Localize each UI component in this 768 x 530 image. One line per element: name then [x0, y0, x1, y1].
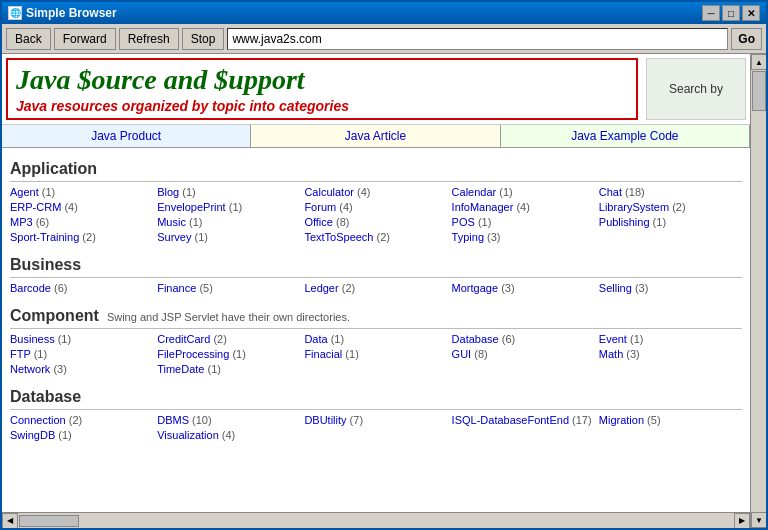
horizontal-scrollbar[interactable]: ◀ ▶	[2, 512, 750, 528]
item-link-librarysystem[interactable]: LibrarySystem	[599, 201, 669, 213]
item-link-typing[interactable]: Typing	[452, 231, 484, 243]
tab-article[interactable]: Java Article	[251, 125, 500, 147]
item-count: (4)	[219, 429, 236, 441]
vscroll-thumb[interactable]	[752, 71, 766, 111]
item-link-blog[interactable]: Blog	[157, 186, 179, 198]
list-item: Typing (3)	[452, 230, 595, 244]
items-grid-database: Connection (2)DBMS (10)DBUtility (7)ISQL…	[10, 413, 742, 442]
item-link-infomanager[interactable]: InfoManager	[452, 201, 514, 213]
item-link-publishing[interactable]: Publishing	[599, 216, 650, 228]
title-buttons: ─ □ ✕	[702, 5, 760, 21]
item-link-migration[interactable]: Migration	[599, 414, 644, 426]
item-count: (2)	[374, 231, 391, 243]
items-grid-application: Agent (1)Blog (1)Calculator (4)Calendar …	[10, 185, 742, 244]
item-link-envelopeprint[interactable]: EnvelopePrint	[157, 201, 226, 213]
content-list: ApplicationAgent (1)Blog (1)Calculator (…	[2, 148, 750, 512]
item-link-chat[interactable]: Chat	[599, 186, 622, 198]
item-link-math[interactable]: Math	[599, 348, 623, 360]
item-link-office[interactable]: Office	[304, 216, 333, 228]
item-link-mortgage[interactable]: Mortgage	[452, 282, 498, 294]
item-link-texttospeech[interactable]: TextToSpeech	[304, 231, 373, 243]
refresh-button[interactable]: Refresh	[119, 28, 179, 50]
item-link-dbutility[interactable]: DBUtility	[304, 414, 346, 426]
section-title-business: Business	[10, 256, 81, 274]
window-icon: 🌐	[8, 6, 22, 20]
item-count: (6)	[33, 216, 50, 228]
list-item: Selling (3)	[599, 281, 742, 295]
item-count: (1)	[186, 216, 203, 228]
item-link-network[interactable]: Network	[10, 363, 50, 375]
item-link-fileprocessing[interactable]: FileProcessing	[157, 348, 229, 360]
list-item: Ledger (2)	[304, 281, 447, 295]
toolbar: Back Forward Refresh Stop Go	[2, 24, 766, 54]
hscroll-track[interactable]	[18, 514, 734, 528]
item-link-finance[interactable]: Finance	[157, 282, 196, 294]
tab-example[interactable]: Java Example Code	[501, 125, 750, 147]
item-link-event[interactable]: Event	[599, 333, 627, 345]
item-count: (2)	[669, 201, 686, 213]
item-count: (3)	[623, 348, 640, 360]
item-link-finacial[interactable]: Finacial	[304, 348, 342, 360]
item-count: (3)	[484, 231, 501, 243]
item-link-agent[interactable]: Agent	[10, 186, 39, 198]
item-count: (1)	[55, 333, 72, 345]
vscroll-down-button[interactable]: ▼	[751, 512, 766, 528]
search-area[interactable]: Search by	[646, 58, 746, 120]
item-link-erp-crm[interactable]: ERP-CRM	[10, 201, 61, 213]
item-link-database[interactable]: Database	[452, 333, 499, 345]
vertical-scrollbar[interactable]: ▲ ▼	[750, 54, 766, 528]
back-button[interactable]: Back	[6, 28, 51, 50]
item-link-forum[interactable]: Forum	[304, 201, 336, 213]
tab-product[interactable]: Java Product	[2, 125, 251, 147]
item-link-visualization[interactable]: Visualization	[157, 429, 219, 441]
item-link-pos[interactable]: POS	[452, 216, 475, 228]
go-button[interactable]: Go	[731, 28, 762, 50]
item-count: (8)	[471, 348, 488, 360]
item-link-connection[interactable]: Connection	[10, 414, 66, 426]
title-bar: 🌐 Simple Browser ─ □ ✕	[2, 2, 766, 24]
list-item	[599, 230, 742, 244]
item-count: (1)	[496, 186, 513, 198]
vscroll-track[interactable]	[751, 70, 766, 512]
list-item: Forum (4)	[304, 200, 447, 214]
forward-button[interactable]: Forward	[54, 28, 116, 50]
maximize-button[interactable]: □	[722, 5, 740, 21]
item-link-barcode[interactable]: Barcode	[10, 282, 51, 294]
item-link-ftp[interactable]: FTP	[10, 348, 31, 360]
item-link-mp3[interactable]: MP3	[10, 216, 33, 228]
item-link-timedate[interactable]: TimeDate	[157, 363, 204, 375]
hscroll-right-button[interactable]: ▶	[734, 513, 750, 529]
item-count: (1)	[179, 186, 196, 198]
item-count: (1)	[328, 333, 345, 345]
minimize-button[interactable]: ─	[702, 5, 720, 21]
hscroll-left-button[interactable]: ◀	[2, 513, 18, 529]
items-grid-component: Business (1)CreditCard (2)Data (1)Databa…	[10, 332, 742, 376]
item-count: (1)	[204, 363, 221, 375]
list-item: Chat (18)	[599, 185, 742, 199]
stop-button[interactable]: Stop	[182, 28, 225, 50]
list-item: Music (1)	[157, 215, 300, 229]
item-link-data[interactable]: Data	[304, 333, 327, 345]
item-link-dbms[interactable]: DBMS	[157, 414, 189, 426]
address-input[interactable]	[227, 28, 728, 50]
item-link-creditcard[interactable]: CreditCard	[157, 333, 210, 345]
content-area: Java $ource and $upport Java resources o…	[2, 54, 766, 528]
vscroll-up-button[interactable]: ▲	[751, 54, 766, 70]
list-item: Calculator (4)	[304, 185, 447, 199]
item-link-survey[interactable]: Survey	[157, 231, 191, 243]
item-count: (1)	[31, 348, 48, 360]
item-link-calculator[interactable]: Calculator	[304, 186, 354, 198]
item-link-isql-databasefontend[interactable]: ISQL-DatabaseFontEnd	[452, 414, 569, 426]
hscroll-thumb[interactable]	[19, 515, 79, 527]
section-title-database: Database	[10, 388, 81, 406]
item-link-business[interactable]: Business	[10, 333, 55, 345]
item-link-gui[interactable]: GUI	[452, 348, 472, 360]
list-item: Publishing (1)	[599, 215, 742, 229]
item-link-sport-training[interactable]: Sport-Training	[10, 231, 79, 243]
item-link-swingdb[interactable]: SwingDB	[10, 429, 55, 441]
close-button[interactable]: ✕	[742, 5, 760, 21]
item-link-ledger[interactable]: Ledger	[304, 282, 338, 294]
item-link-selling[interactable]: Selling	[599, 282, 632, 294]
item-link-music[interactable]: Music	[157, 216, 186, 228]
item-link-calendar[interactable]: Calendar	[452, 186, 497, 198]
